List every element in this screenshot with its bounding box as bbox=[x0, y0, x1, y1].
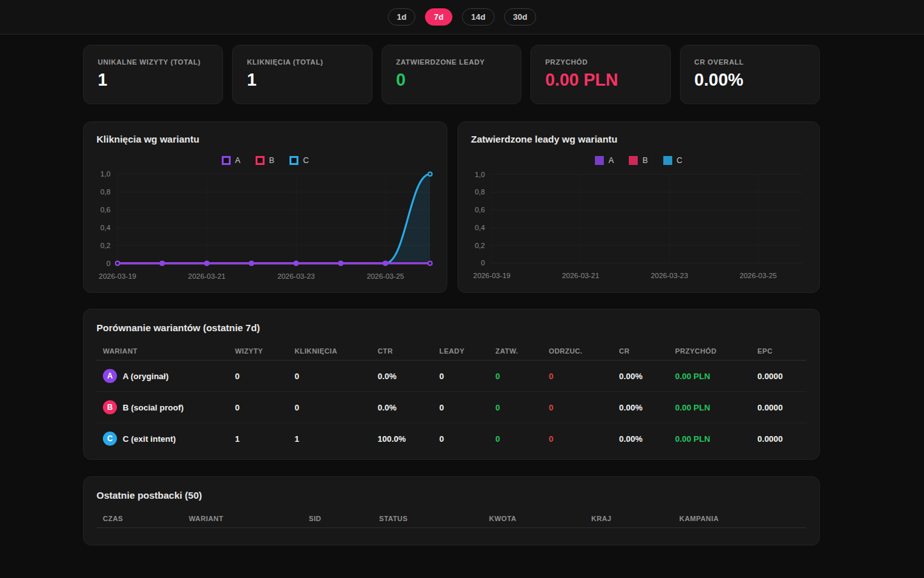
leads-by-variant-chart-card: Zatwierdzone leady wg wariantu A B C 00,… bbox=[458, 121, 820, 293]
variants-comparison-card: Porównanie wariantów (ostatnie 7d) WARIA… bbox=[83, 309, 820, 460]
table-row-variant-b: B B (social proof) 0 0 0.0% 0 0 0 0.00% … bbox=[96, 392, 806, 423]
cell-cr: 0.00% bbox=[613, 423, 669, 455]
legend-item-variant-b[interactable]: B bbox=[629, 156, 647, 165]
col-kwota: KWOTA bbox=[482, 510, 585, 528]
cell-ctr: 0.0% bbox=[371, 361, 433, 392]
range-button-14d[interactable]: 14d bbox=[462, 8, 494, 26]
col-status: STATUS bbox=[373, 510, 482, 528]
cell-przychod: 0.00 PLN bbox=[668, 423, 751, 455]
variant-label: B (social proof) bbox=[123, 403, 183, 412]
cell-odrzuc: 0 bbox=[543, 392, 613, 423]
svg-text:1,0: 1,0 bbox=[100, 170, 111, 178]
svg-text:0,6: 0,6 bbox=[475, 206, 485, 214]
stat-label: CR OVERALL bbox=[695, 58, 805, 66]
legend-item-variant-c[interactable]: C bbox=[289, 156, 309, 165]
cell-przychod: 0.00 PLN bbox=[668, 361, 751, 392]
range-button-1d[interactable]: 1d bbox=[388, 8, 415, 26]
variant-cell: C C (exit intent) bbox=[103, 432, 222, 446]
legend-item-variant-c[interactable]: C bbox=[663, 156, 682, 165]
col-wariant: WARIANT bbox=[96, 342, 229, 361]
variant-c-badge: C bbox=[103, 432, 117, 446]
chart-title: Zatwierdzone leady wg wariantu bbox=[471, 134, 806, 144]
table-row-variant-a: A A (oryginał) 0 0 0.0% 0 0 0 0.00% 0.00… bbox=[96, 361, 806, 392]
date-range-selector: 1d 7d 14d 30d bbox=[388, 8, 536, 26]
col-czas: CZAS bbox=[96, 510, 182, 528]
col-sid: SID bbox=[302, 510, 373, 528]
cell-zatw: 0 bbox=[489, 423, 542, 455]
stat-value: 1 bbox=[98, 71, 208, 90]
cell-przychod: 0.00 PLN bbox=[668, 392, 751, 423]
stats-row: UNIKALNE WIZYTY (TOTAL) 1 KLIKNIĘCIA (TO… bbox=[83, 45, 820, 104]
variant-cell: A A (oryginał) bbox=[103, 369, 222, 383]
svg-text:2026-03-19: 2026-03-19 bbox=[474, 272, 511, 279]
postbacks-title: Ostatnie postbacki (50) bbox=[96, 490, 806, 501]
svg-text:2026-03-25: 2026-03-25 bbox=[367, 272, 404, 280]
legend-item-variant-b[interactable]: B bbox=[256, 156, 274, 165]
range-button-7d[interactable]: 7d bbox=[425, 8, 452, 26]
cell-ctr: 0.0% bbox=[371, 392, 433, 423]
variant-label: A (oryginał) bbox=[123, 371, 169, 381]
col-przychod: PRZYCHÓD bbox=[668, 342, 751, 361]
legend-swatch-b bbox=[629, 156, 638, 165]
svg-text:2026-03-25: 2026-03-25 bbox=[739, 272, 776, 279]
cell-klikniecia: 0 bbox=[288, 361, 371, 392]
stat-card-cr-overall: CR OVERALL 0.00% bbox=[680, 45, 820, 104]
chart-legend: A B C bbox=[471, 155, 806, 166]
svg-text:1,0: 1,0 bbox=[475, 171, 485, 178]
svg-text:0,8: 0,8 bbox=[475, 188, 485, 196]
variant-label: C (exit intent) bbox=[123, 434, 176, 444]
stat-label: ZATWIERDZONE LEADY bbox=[396, 58, 507, 66]
legend-label: C bbox=[677, 156, 682, 165]
clicks-line-chart[interactable]: 00,20,40,60,81,02026-03-192026-03-212026… bbox=[96, 169, 434, 286]
svg-text:0,4: 0,4 bbox=[100, 224, 111, 231]
svg-text:2026-03-19: 2026-03-19 bbox=[99, 272, 137, 280]
legend-swatch-c bbox=[289, 156, 298, 165]
svg-text:0,6: 0,6 bbox=[100, 206, 111, 214]
clicks-by-variant-chart-card: Kliknięcia wg wariantu A B C 00,20,40,60… bbox=[83, 121, 447, 293]
cell-leady: 0 bbox=[433, 423, 489, 455]
dashboard-content: UNIKALNE WIZYTY (TOTAL) 1 KLIKNIĘCIA (TO… bbox=[83, 35, 820, 545]
topbar: 1d 7d 14d 30d bbox=[0, 0, 924, 35]
col-leady: LEADY bbox=[433, 342, 489, 361]
legend-item-variant-a[interactable]: A bbox=[595, 156, 613, 165]
chart-legend: A B C bbox=[96, 155, 434, 166]
cell-epc: 0.0000 bbox=[751, 361, 806, 392]
stat-value: 0.00% bbox=[695, 71, 805, 90]
leads-line-chart[interactable]: 00,20,40,60,81,02026-03-192026-03-212026… bbox=[471, 169, 806, 286]
charts-row: Kliknięcia wg wariantu A B C 00,20,40,60… bbox=[83, 121, 820, 293]
table-row-variant-c: C C (exit intent) 1 1 100.0% 0 0 0 0.00%… bbox=[96, 423, 806, 455]
chart-title: Kliknięcia wg wariantu bbox=[96, 134, 434, 144]
svg-text:0,4: 0,4 bbox=[475, 224, 485, 231]
cell-wizyty: 1 bbox=[229, 423, 288, 455]
stat-value: 0 bbox=[396, 71, 507, 90]
legend-item-variant-a[interactable]: A bbox=[222, 156, 240, 165]
stat-label: UNIKALNE WIZYTY (TOTAL) bbox=[98, 58, 208, 66]
col-zatw: ZATW. bbox=[489, 342, 542, 361]
legend-label: B bbox=[642, 156, 647, 165]
variant-b-badge: B bbox=[103, 400, 117, 414]
cell-leady: 0 bbox=[433, 392, 489, 423]
variants-comparison-table: WARIANT WIZYTY KLIKNIĘCIA CTR LEADY ZATW… bbox=[96, 342, 806, 454]
legend-swatch-b bbox=[256, 156, 265, 165]
cell-odrzuc: 0 bbox=[543, 423, 613, 455]
svg-text:2026-03-23: 2026-03-23 bbox=[651, 272, 688, 279]
variant-a-badge: A bbox=[103, 369, 117, 383]
legend-swatch-a bbox=[595, 156, 604, 165]
svg-text:2026-03-21: 2026-03-21 bbox=[188, 272, 226, 280]
range-button-30d[interactable]: 30d bbox=[504, 8, 536, 26]
col-odrzuc: ODRZUC. bbox=[543, 342, 613, 361]
legend-label: B bbox=[269, 156, 274, 165]
cell-odrzuc: 0 bbox=[543, 361, 613, 392]
col-klikniecia: KLIKNIĘCIA bbox=[288, 342, 371, 361]
svg-text:2026-03-21: 2026-03-21 bbox=[562, 272, 599, 279]
legend-label: C bbox=[303, 156, 309, 165]
stat-label: PRZYCHÓD bbox=[545, 58, 656, 66]
cell-epc: 0.0000 bbox=[751, 423, 806, 455]
table-header-row: CZAS WARIANT SID STATUS KWOTA KRAJ KAMPA… bbox=[96, 510, 806, 528]
stat-card-revenue: PRZYCHÓD 0.00 PLN bbox=[530, 45, 670, 104]
col-ctr: CTR bbox=[371, 342, 433, 361]
svg-text:0,2: 0,2 bbox=[100, 242, 111, 249]
stat-card-unique-visits: UNIKALNE WIZYTY (TOTAL) 1 bbox=[83, 45, 223, 104]
postbacks-table: CZAS WARIANT SID STATUS KWOTA KRAJ KAMPA… bbox=[96, 510, 806, 528]
col-kraj: KRAJ bbox=[585, 510, 673, 528]
